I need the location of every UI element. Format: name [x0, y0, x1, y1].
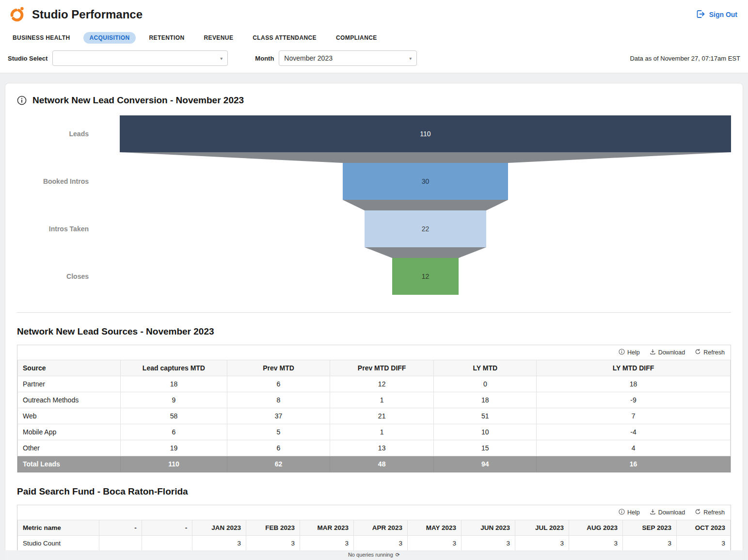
- funnel-bar: 110: [120, 115, 731, 152]
- funnel-connector: [120, 152, 731, 163]
- cell: 0: [434, 376, 537, 392]
- cell: 21: [330, 408, 434, 424]
- table-row: Mobile App 6 5 1 10 -4: [18, 424, 731, 440]
- download-button[interactable]: Download: [650, 349, 685, 356]
- column-header: MAR 2023: [300, 520, 354, 536]
- cell: -9: [537, 392, 731, 408]
- lead-conversion-funnel-chart: Leads 110 Booked Intros 30 Intros Taken …: [17, 110, 731, 311]
- cell: 1: [330, 424, 434, 440]
- funnel-connector-row: [17, 200, 731, 210]
- download-icon: [650, 509, 656, 516]
- tab-acquisition[interactable]: ACQUISITION: [83, 32, 135, 44]
- cell: 3: [569, 536, 623, 551]
- column-header: LY MTD DIFF: [537, 360, 731, 376]
- cell: 10: [434, 424, 537, 440]
- month-label: Month: [255, 55, 274, 62]
- refresh-icon: [695, 509, 701, 516]
- studio-select-dropdown[interactable]: ▾: [52, 50, 228, 66]
- funnel-bar-value: 22: [422, 225, 430, 233]
- column-header: OCT 2023: [676, 520, 730, 536]
- cell: Other: [18, 440, 121, 456]
- paid-search-table: Metric name - - JAN 2023 FEB 2023 MAR 20…: [17, 520, 731, 551]
- column-header: Source: [18, 360, 121, 376]
- paid-search-title: Paid Search Fund - Boca Raton-Florida: [17, 486, 731, 497]
- tab-compliance[interactable]: COMPLIANCE: [330, 32, 383, 44]
- cell: 3: [354, 536, 408, 551]
- column-header: APR 2023: [354, 520, 408, 536]
- data-as-of-text: Data as of November 27, 07:17am EST: [630, 55, 740, 62]
- cell: 3: [676, 536, 730, 551]
- funnel-stage-row: Intros Taken 22: [17, 210, 731, 247]
- cell: 7: [537, 408, 731, 424]
- cell: 3: [515, 536, 569, 551]
- info-icon[interactable]: [17, 96, 27, 105]
- funnel-bar: 22: [365, 210, 486, 247]
- cell: [99, 536, 142, 551]
- funnel-bar: 12: [392, 258, 459, 295]
- cell: 16: [537, 456, 731, 472]
- total-leads-row: Total Leads 110 62 48 94 16: [18, 456, 731, 472]
- cell: 15: [434, 440, 537, 456]
- cell: 1: [330, 392, 434, 408]
- cell: 18: [537, 376, 731, 392]
- lead-sources-title: Network New Lead Sources - November 2023: [17, 326, 731, 337]
- cell: Web: [18, 408, 121, 424]
- chevron-down-icon: ▾: [220, 56, 223, 61]
- sign-out-button[interactable]: Sign Out: [696, 9, 740, 20]
- lead-sources-table-box: Help Download Refresh Source Lead captur…: [17, 345, 731, 473]
- download-button[interactable]: Download: [650, 509, 685, 516]
- tab-revenue[interactable]: REVENUE: [198, 32, 239, 44]
- lead-sources-table: Source Lead captures MTD Prev MTD Prev M…: [17, 360, 731, 472]
- funnel-stage-label: Booked Intros: [17, 163, 120, 200]
- cell: 110: [120, 456, 227, 472]
- tab-retention[interactable]: RETENTION: [143, 32, 191, 44]
- nav-tabs: BUSINESS HEALTH ACQUISITION RETENTION RE…: [0, 29, 748, 48]
- paid-search-table-box: Help Download Refresh Metric name: [17, 505, 731, 552]
- tab-business-health[interactable]: BUSINESS HEALTH: [7, 32, 76, 44]
- cell: 58: [120, 408, 227, 424]
- page-title: Studio Performance: [32, 8, 143, 21]
- cell: 94: [434, 456, 537, 472]
- cell: 18: [434, 392, 537, 408]
- funnel-connector-row: [17, 152, 731, 163]
- month-dropdown[interactable]: November 2023 ▾: [279, 50, 417, 66]
- cell: Total Leads: [18, 456, 121, 472]
- funnel-stage-label: Intros Taken: [17, 210, 120, 247]
- cell: 8: [227, 392, 330, 408]
- sync-icon: ⟳: [396, 552, 400, 558]
- help-button[interactable]: Help: [619, 509, 640, 516]
- column-header: Lead captures MTD: [120, 360, 227, 376]
- cell: 6: [227, 376, 330, 392]
- top-bar: Studio Performance Sign Out BUSINESS HEA…: [0, 0, 748, 73]
- funnel-connector: [120, 200, 731, 210]
- section-divider: [17, 312, 731, 313]
- cell: 3: [246, 536, 300, 551]
- cell: Studio Count: [18, 536, 99, 551]
- cell: [142, 536, 192, 551]
- download-label: Download: [658, 509, 685, 516]
- column-header: Metric name: [18, 520, 99, 536]
- funnel-bar-value: 12: [422, 272, 430, 280]
- sign-out-icon: [696, 9, 705, 20]
- cell: -4: [537, 424, 731, 440]
- table-row: Partner 18 6 12 0 18: [18, 376, 731, 392]
- help-button[interactable]: Help: [619, 349, 640, 356]
- cell: Outreach Methods: [18, 392, 121, 408]
- tab-class-attendance[interactable]: CLASS ATTENDANCE: [247, 32, 322, 44]
- download-label: Download: [658, 349, 685, 356]
- cell: 6: [227, 440, 330, 456]
- funnel-stage-label: Leads: [17, 115, 120, 152]
- refresh-button[interactable]: Refresh: [695, 349, 725, 356]
- cell: 3: [300, 536, 354, 551]
- chevron-down-icon: ▾: [409, 56, 412, 61]
- brand-logo-icon: [8, 5, 26, 24]
- column-header: AUG 2023: [569, 520, 623, 536]
- funnel-stage-label: Closes: [17, 258, 120, 295]
- cell: 5: [227, 424, 330, 440]
- cell: 6: [120, 424, 227, 440]
- cell: 4: [537, 440, 731, 456]
- table-header-row: Metric name - - JAN 2023 FEB 2023 MAR 20…: [18, 520, 731, 536]
- refresh-button[interactable]: Refresh: [695, 509, 725, 516]
- table-row: Studio Count 3 3 3 3 3 3 3 3 3 3: [18, 536, 731, 551]
- table-row: Other 19 6 13 15 4: [18, 440, 731, 456]
